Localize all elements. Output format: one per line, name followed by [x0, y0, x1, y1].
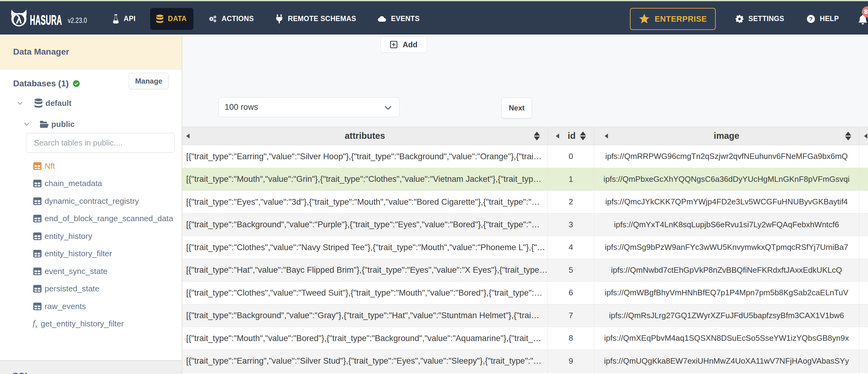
svg-text:λ: λ: [16, 13, 22, 26]
svg-text:?: ?: [809, 16, 813, 22]
